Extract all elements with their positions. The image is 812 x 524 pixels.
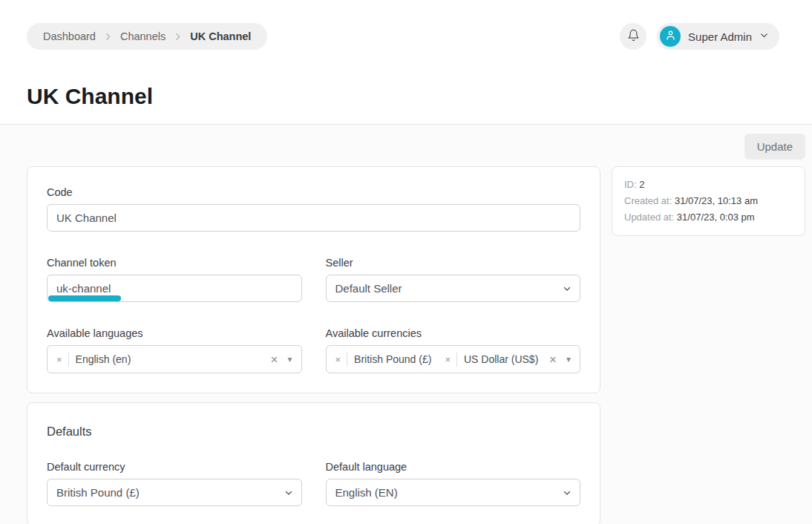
code-input[interactable] <box>47 204 580 232</box>
remove-chip-icon[interactable]: × <box>55 355 68 364</box>
default-currency-label: Default currency <box>47 461 302 473</box>
caret-down-icon[interactable]: ▾ <box>566 354 571 364</box>
user-menu-button[interactable]: Super Admin <box>657 23 779 50</box>
created-at-row: Created at: 31/07/23, 10:13 am <box>624 193 793 209</box>
breadcrumb-item-current: UK Channel <box>190 30 251 42</box>
seller-field-group: Seller Default Seller <box>326 257 581 302</box>
channel-token-label: Channel token <box>47 257 302 269</box>
person-icon <box>665 30 676 44</box>
chip-label: US Dollar (US$) <box>464 353 538 365</box>
code-label: Code <box>47 186 580 198</box>
created-at-value: 31/07/23, 10:13 am <box>675 195 758 206</box>
user-name: Super Admin <box>688 30 752 43</box>
remove-chip-icon[interactable]: × <box>334 355 347 364</box>
chip-divider <box>68 353 69 367</box>
avatar <box>660 26 681 47</box>
created-at-label: Created at: <box>624 195 672 206</box>
chevron-down-icon <box>759 30 769 43</box>
default-language-select[interactable]: English (EN) <box>326 479 581 506</box>
code-field-group: Code <box>47 186 580 232</box>
default-currency-select[interactable]: British Pound (£) <box>47 479 302 506</box>
chip-divider <box>347 353 347 367</box>
update-button[interactable]: Update <box>744 134 805 160</box>
updated-at-label: Updated at: <box>624 212 674 223</box>
channel-details-card: Code Channel token Seller <box>27 166 600 393</box>
available-currencies-field-group: Available currencies × British Pound (£)… <box>326 327 581 373</box>
channel-token-field-group: Channel token <box>47 257 302 302</box>
id-label: ID: <box>624 179 637 190</box>
available-languages-multiselect[interactable]: × English (en) × ▾ <box>47 345 302 373</box>
chip-divider <box>456 353 457 367</box>
top-bar: Dashboard Channels UK Channel Super Admi… <box>0 0 812 50</box>
available-languages-field-group: Available languages × English (en) × <box>47 327 302 373</box>
actions-row: Update <box>27 125 805 166</box>
default-language-label: Default language <box>326 461 581 473</box>
page-content: Update Code Channel token <box>0 125 812 524</box>
bell-icon <box>627 29 640 44</box>
chip-label: English (en) <box>76 353 131 365</box>
currency-chip: × US Dollar (US$) <box>443 353 538 367</box>
entity-info-panel: ID: 2 Created at: 31/07/23, 10:13 am Upd… <box>612 166 805 236</box>
id-value: 2 <box>639 179 644 190</box>
clear-all-icon[interactable]: × <box>271 353 278 366</box>
updated-at-value: 31/07/23, 0:03 pm <box>677 212 755 223</box>
default-language-field-group: Default language English (EN) <box>326 461 581 506</box>
seller-select[interactable]: Default Seller <box>326 275 581 302</box>
clear-all-icon[interactable]: × <box>549 353 557 366</box>
available-currencies-label: Available currencies <box>326 327 581 339</box>
breadcrumb: Dashboard Channels UK Channel <box>27 23 267 50</box>
defaults-card: Defaults Default currency British Pound … <box>27 402 600 524</box>
default-currency-field-group: Default currency British Pound (£) <box>47 461 302 506</box>
channel-token-input[interactable] <box>47 275 302 302</box>
updated-at-row: Updated at: 31/07/23, 0:03 pm <box>624 209 793 226</box>
remove-chip-icon[interactable]: × <box>443 355 456 364</box>
language-chip: × English (en) <box>55 353 131 367</box>
seller-label: Seller <box>326 257 581 269</box>
entity-id-row: ID: 2 <box>624 177 793 193</box>
page-title: UK Channel <box>27 83 812 110</box>
chevron-right-icon <box>173 32 183 42</box>
chip-label: British Pound (£) <box>354 353 431 365</box>
notifications-button[interactable] <box>620 23 646 50</box>
currency-chip: × British Pound (£) <box>334 353 432 367</box>
caret-down-icon[interactable]: ▾ <box>287 354 292 364</box>
defaults-heading: Defaults <box>47 425 580 439</box>
available-languages-label: Available languages <box>47 327 302 339</box>
chevron-right-icon <box>103 32 113 42</box>
breadcrumb-item-channels[interactable]: Channels <box>120 30 166 42</box>
breadcrumb-item-dashboard[interactable]: Dashboard <box>43 30 96 42</box>
top-bar-actions: Super Admin <box>620 23 779 50</box>
available-currencies-multiselect[interactable]: × British Pound (£) × US Dollar (US$) <box>326 345 581 373</box>
